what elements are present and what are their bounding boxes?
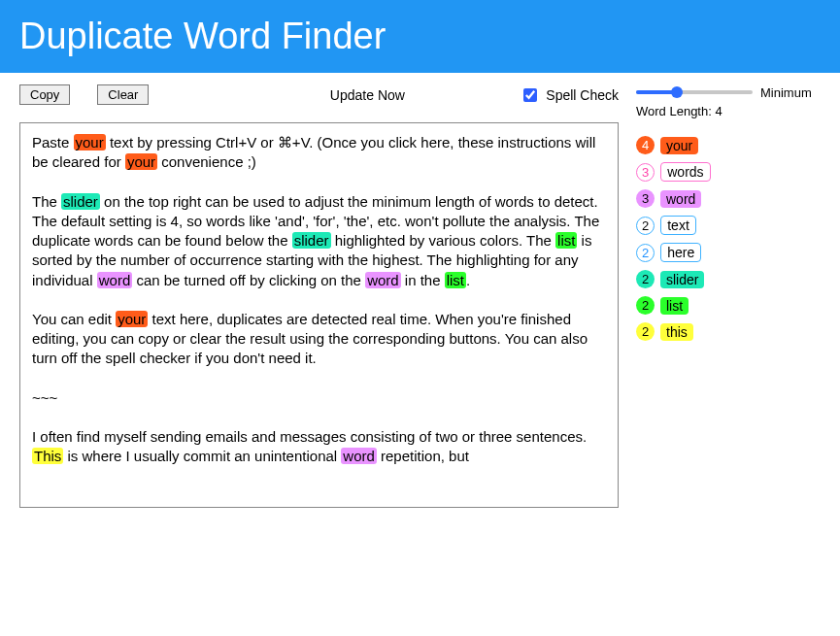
result-count: 4 (636, 136, 655, 154)
highlight-your: your (116, 311, 148, 327)
result-word: this (660, 323, 693, 341)
editor-paragraph: Paste your text by pressing Ctrl+V or ⌘+… (32, 133, 606, 173)
highlight-list: list (555, 232, 577, 249)
result-count: 2 (636, 244, 655, 262)
main-area: Copy Clear Update Now Spell Check Paste … (0, 73, 840, 508)
result-row-list[interactable]: 2list (636, 296, 821, 315)
result-row-text[interactable]: 2text (636, 216, 821, 235)
result-count: 2 (636, 217, 655, 235)
editor-paragraph: ~~~ (32, 388, 606, 408)
editor-paragraph: I often find myself sending emails and m… (32, 427, 606, 467)
result-word: word (660, 190, 701, 208)
editor-paragraph: The slider on the top right can be used … (32, 192, 606, 290)
update-now-link[interactable]: Update Now (291, 87, 405, 103)
clear-button[interactable]: Clear (97, 84, 149, 105)
text-editor[interactable]: Paste your text by pressing Ctrl+V or ⌘+… (19, 122, 619, 508)
highlight-slider: slider (292, 232, 331, 249)
app-header: Duplicate Word Finder (0, 0, 840, 73)
highlight-slider: slider (61, 193, 100, 210)
minimum-label: Minimum (760, 85, 812, 100)
result-row-word[interactable]: 3word (636, 189, 821, 208)
highlight-this: This (32, 448, 63, 464)
result-word: words (660, 162, 710, 182)
highlight-word: word (97, 272, 133, 288)
left-column: Copy Clear Update Now Spell Check Paste … (19, 84, 619, 508)
result-count: 3 (636, 189, 655, 208)
slider-row: Minimum (636, 84, 821, 100)
min-wordlength-slider[interactable] (636, 84, 753, 100)
highlight-your: your (74, 134, 106, 151)
result-row-your[interactable]: 4your (636, 136, 821, 154)
slider-thumb[interactable] (671, 86, 683, 98)
highlight-your: your (125, 153, 157, 170)
result-word: here (660, 243, 701, 262)
highlight-word: word (341, 448, 377, 464)
result-count: 3 (636, 163, 655, 182)
result-count: 2 (636, 270, 655, 288)
result-word: slider (660, 271, 704, 288)
result-count: 2 (636, 322, 655, 341)
result-row-this[interactable]: 2this (636, 322, 821, 341)
result-row-here[interactable]: 2here (636, 243, 821, 262)
right-column: Minimum Word Length: 4 4your3words3word2… (636, 84, 821, 508)
highlight-list: list (445, 272, 466, 288)
highlight-word: word (365, 272, 401, 288)
result-word: list (660, 297, 689, 315)
app-title: Duplicate Word Finder (19, 16, 386, 56)
result-row-words[interactable]: 3words (636, 162, 821, 182)
copy-button[interactable]: Copy (19, 84, 70, 105)
spellcheck-label: Spell Check (546, 87, 619, 103)
result-row-slider[interactable]: 2slider (636, 270, 821, 288)
spellcheck-toggle[interactable]: Spell Check (520, 85, 619, 105)
result-word: text (660, 216, 696, 235)
editor-paragraph: You can edit your text here, duplicates … (32, 310, 606, 369)
result-count: 2 (636, 296, 655, 315)
duplicate-results-list: 4your3words3word2text2here2slider2list2t… (636, 136, 821, 341)
toolbar: Copy Clear Update Now Spell Check (19, 84, 619, 105)
spellcheck-checkbox[interactable] (523, 88, 537, 102)
word-length-label: Word Length: 4 (636, 104, 821, 118)
result-word: your (660, 137, 698, 154)
